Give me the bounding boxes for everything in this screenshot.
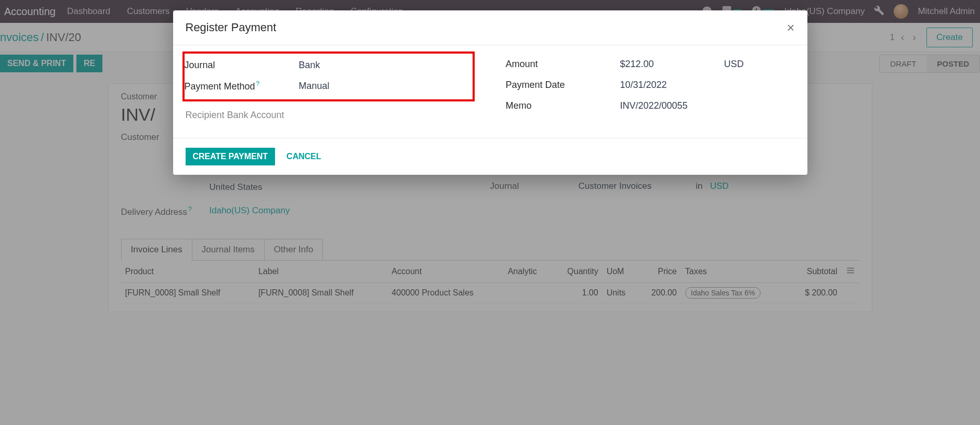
create-payment-button[interactable]: CREATE PAYMENT bbox=[186, 148, 276, 165]
modal-payment-date-label: Payment Date bbox=[506, 80, 620, 91]
cancel-button[interactable]: CANCEL bbox=[286, 152, 321, 161]
modal-payment-date-value[interactable]: 10/31/2022 bbox=[620, 80, 667, 91]
modal-footer: CREATE PAYMENT CANCEL bbox=[173, 138, 807, 175]
modal-amount-value[interactable]: $212.00 bbox=[620, 59, 724, 70]
modal-memo-label: Memo bbox=[506, 100, 620, 111]
modal-journal-value[interactable]: Bank bbox=[299, 60, 320, 71]
help-icon[interactable]: ? bbox=[256, 80, 260, 87]
highlight-box: Journal Bank Payment Method? Manual bbox=[182, 51, 475, 101]
close-icon[interactable]: × bbox=[787, 21, 794, 34]
register-payment-modal: Register Payment × Journal Bank Payment … bbox=[173, 10, 807, 175]
modal-journal-label: Journal bbox=[185, 60, 299, 71]
modal-recipient-label: Recipient Bank Account bbox=[186, 110, 300, 121]
modal-header: Register Payment × bbox=[173, 10, 807, 45]
modal-title: Register Payment bbox=[186, 21, 277, 34]
modal-overlay: Register Payment × Journal Bank Payment … bbox=[0, 0, 980, 425]
modal-body: Journal Bank Payment Method? Manual Reci… bbox=[173, 45, 807, 138]
modal-memo-value[interactable]: INV/2022/00055 bbox=[620, 100, 688, 111]
modal-payment-method-value[interactable]: Manual bbox=[299, 81, 330, 92]
modal-payment-method-label: Payment Method? bbox=[185, 80, 299, 92]
modal-amount-currency[interactable]: USD bbox=[724, 59, 744, 70]
modal-amount-label: Amount bbox=[506, 59, 620, 70]
